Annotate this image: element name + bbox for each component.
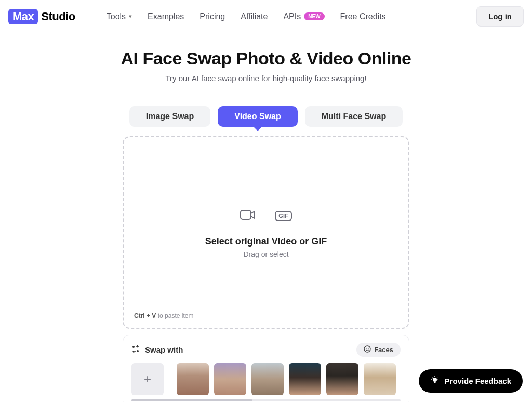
- face-thumbnail[interactable]: [326, 363, 358, 395]
- swap-title-label: Swap with: [145, 345, 183, 354]
- face-thumbnail[interactable]: [289, 363, 321, 395]
- faces-toggle-label: Faces: [374, 346, 393, 354]
- swap-with-panel: Swap with Faces +: [123, 335, 409, 402]
- tab-multi-face-swap[interactable]: Multi Face Swap: [305, 106, 403, 127]
- nav-affiliate[interactable]: Affiliate: [241, 12, 268, 21]
- svg-point-2: [137, 350, 139, 352]
- header: Max Studio Tools ▾ Examples Pricing Affi…: [0, 0, 532, 33]
- login-button[interactable]: Log in: [476, 6, 524, 27]
- swap-panel-header: Swap with Faces: [131, 343, 401, 357]
- nav-apis[interactable]: APIs NEW: [283, 12, 324, 21]
- tab-image-swap[interactable]: Image Swap: [129, 106, 210, 127]
- svg-point-6: [433, 378, 437, 382]
- swap-title: Swap with: [131, 345, 183, 355]
- dropzone-subtitle: Drag or select: [243, 250, 288, 258]
- svg-rect-7: [434, 382, 435, 383]
- video-icon: [240, 209, 256, 223]
- lightbulb-icon: [430, 375, 440, 386]
- svg-rect-0: [241, 210, 251, 219]
- face-thumbnail[interactable]: [251, 363, 284, 395]
- hero: AI Face Swap Photo & Video Online Try ou…: [0, 48, 532, 83]
- dropzone-title: Select original Video or GIF: [205, 236, 327, 247]
- svg-point-1: [132, 346, 135, 348]
- new-badge: NEW: [304, 12, 324, 20]
- logo-text: Studio: [41, 10, 75, 23]
- nav-apis-label: APIs: [283, 12, 301, 21]
- page-title: AI Face Swap Photo & Video Online: [0, 48, 532, 69]
- face-thumbnail[interactable]: [214, 363, 246, 395]
- nav-tools-label: Tools: [107, 12, 126, 21]
- svg-point-4: [366, 348, 367, 349]
- main-nav: Tools ▾ Examples Pricing Affiliate APIs …: [107, 12, 386, 21]
- faces-toggle[interactable]: Faces: [356, 343, 401, 357]
- paste-hint: Ctrl + V to paste item: [134, 312, 193, 319]
- divider: [265, 207, 265, 225]
- tab-video-swap[interactable]: Video Swap: [218, 106, 298, 127]
- chevron-down-icon: ▾: [129, 13, 132, 20]
- swap-icon: [131, 345, 140, 355]
- swap-mode-tabs: Image Swap Video Swap Multi Face Swap: [0, 106, 532, 127]
- divider: [170, 363, 170, 395]
- svg-point-5: [368, 348, 369, 349]
- nav-pricing[interactable]: Pricing: [200, 12, 225, 21]
- provide-feedback-button[interactable]: Provide Feedback: [419, 369, 523, 393]
- gif-icon-label: GIF: [278, 213, 288, 219]
- svg-point-3: [364, 346, 370, 352]
- dropzone-icons: GIF: [240, 207, 291, 225]
- logo-badge: Max: [8, 9, 38, 24]
- nav-free-credits[interactable]: Free Credits: [340, 12, 386, 21]
- paste-hint-rest: to paste item: [156, 312, 193, 319]
- nav-examples[interactable]: Examples: [148, 12, 184, 21]
- preset-faces: [177, 363, 396, 395]
- face-thumbnail[interactable]: [364, 363, 396, 395]
- upload-dropzone[interactable]: GIF Select original Video or GIF Drag or…: [123, 136, 409, 329]
- gif-icon: GIF: [275, 211, 291, 221]
- paste-hint-key: Ctrl + V: [134, 312, 156, 319]
- swap-thumbnails-row: +: [131, 363, 401, 395]
- logo[interactable]: Max Studio: [8, 9, 75, 24]
- add-face-button[interactable]: +: [131, 363, 164, 395]
- face-icon: [364, 345, 371, 354]
- plus-icon: +: [144, 372, 151, 386]
- face-thumbnail[interactable]: [177, 363, 209, 395]
- thumbnails-scrollbar[interactable]: [131, 399, 401, 401]
- feedback-label: Provide Feedback: [445, 377, 511, 385]
- nav-tools[interactable]: Tools ▾: [107, 12, 132, 21]
- page-subtitle: Try our AI face swap online for high-qua…: [0, 74, 532, 83]
